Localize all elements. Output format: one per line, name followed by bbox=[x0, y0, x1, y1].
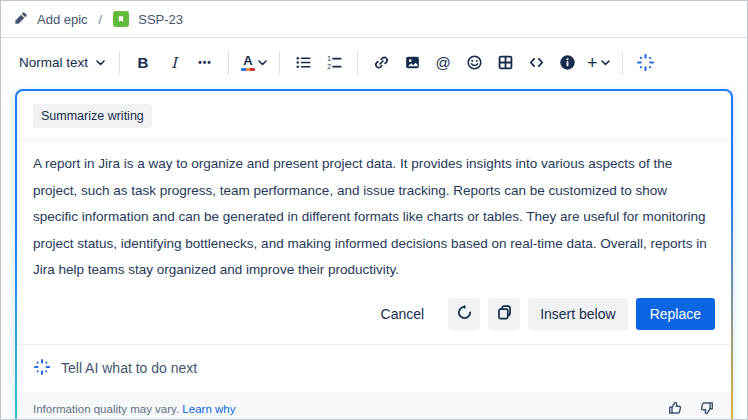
toolbar-divider bbox=[228, 51, 229, 75]
ai-result-text: A report in Jira is a way to organize an… bbox=[17, 140, 731, 290]
cancel-button[interactable]: Cancel bbox=[371, 298, 435, 330]
toolbar-divider bbox=[357, 51, 358, 75]
more-icon: ••• bbox=[198, 57, 212, 68]
image-icon bbox=[404, 54, 421, 71]
more-formatting-button[interactable]: ••• bbox=[190, 47, 220, 79]
jira-editor-window: Add epic / SSP-23 Normal text B I ••• bbox=[0, 0, 748, 420]
bold-icon: B bbox=[138, 54, 149, 71]
image-button[interactable] bbox=[397, 47, 427, 79]
text-style-label: Normal text bbox=[19, 55, 88, 70]
thumbs-up-button[interactable] bbox=[667, 400, 683, 419]
editor-toolbar: Normal text B I ••• A bbox=[1, 38, 747, 87]
chevron-down-icon bbox=[258, 60, 267, 66]
link-icon bbox=[373, 54, 390, 71]
numbered-list-button[interactable]: 1 2 bbox=[319, 47, 349, 79]
italic-button[interactable]: I bbox=[159, 47, 189, 79]
ai-action-bar: Cancel bbox=[17, 290, 731, 344]
svg-text:2: 2 bbox=[327, 63, 331, 70]
retry-icon bbox=[456, 304, 473, 324]
feedback-buttons bbox=[667, 400, 715, 419]
breadcrumb-issue-key[interactable]: SSP-23 bbox=[138, 12, 183, 27]
chevron-down-icon bbox=[96, 60, 105, 66]
learn-why-link[interactable]: Learn why bbox=[182, 403, 235, 415]
thumbs-down-icon bbox=[699, 400, 715, 419]
ai-followup-prompt-text: Tell AI what to do next bbox=[61, 360, 197, 376]
insert-more-dropdown[interactable]: + bbox=[583, 47, 614, 79]
prompt-chip[interactable]: Summarize writing bbox=[33, 104, 152, 128]
breadcrumb: Add epic / SSP-23 bbox=[1, 1, 747, 38]
text-color-dropdown[interactable]: A bbox=[237, 47, 271, 79]
thumbs-up-icon bbox=[667, 400, 683, 419]
breadcrumb-add-epic[interactable]: Add epic bbox=[37, 12, 88, 27]
story-type-icon bbox=[113, 11, 129, 27]
plus-icon: + bbox=[587, 54, 598, 72]
copy-icon bbox=[496, 304, 513, 324]
toolbar-divider bbox=[279, 51, 280, 75]
ai-sparkle-icon bbox=[33, 358, 51, 379]
thumbs-down-button[interactable] bbox=[699, 400, 715, 419]
insert-below-button[interactable]: Insert below bbox=[528, 298, 627, 330]
emoji-icon bbox=[466, 54, 483, 71]
ai-button[interactable] bbox=[631, 47, 661, 79]
text-color-icon: A bbox=[241, 54, 255, 72]
table-button[interactable] bbox=[490, 47, 520, 79]
code-button[interactable] bbox=[521, 47, 551, 79]
ai-followup-input[interactable]: Tell AI what to do next bbox=[17, 345, 731, 392]
code-icon bbox=[528, 54, 545, 71]
bullet-list-icon bbox=[295, 54, 312, 71]
retry-button[interactable] bbox=[448, 298, 480, 330]
info-panel-button[interactable] bbox=[552, 47, 582, 79]
bold-button[interactable]: B bbox=[128, 47, 158, 79]
mention-icon: @ bbox=[435, 54, 450, 71]
ai-prompt-row: Summarize writing bbox=[17, 91, 731, 139]
text-style-dropdown[interactable]: Normal text bbox=[13, 47, 111, 79]
emoji-button[interactable] bbox=[459, 47, 489, 79]
italic-icon: I bbox=[171, 54, 177, 72]
edit-pencil-icon bbox=[14, 11, 28, 28]
chevron-down-icon bbox=[601, 60, 610, 66]
bullet-list-button[interactable] bbox=[288, 47, 318, 79]
breadcrumb-separator: / bbox=[97, 12, 105, 27]
mention-button[interactable]: @ bbox=[428, 47, 458, 79]
ai-panel: Summarize writing A report in Jira is a … bbox=[17, 91, 731, 420]
footer-disclaimer-text: Information quality may vary. bbox=[33, 403, 179, 415]
ai-panel-footer: Information quality may vary. Learn why bbox=[17, 392, 731, 420]
copy-button[interactable] bbox=[488, 298, 520, 330]
numbered-list-icon: 1 2 bbox=[326, 54, 343, 71]
info-icon bbox=[559, 54, 576, 71]
table-icon bbox=[497, 54, 514, 71]
ai-sparkle-icon bbox=[636, 53, 655, 72]
toolbar-divider bbox=[119, 51, 120, 75]
ai-panel-gradient-border: Summarize writing A report in Jira is a … bbox=[15, 89, 733, 420]
toolbar-divider bbox=[622, 51, 623, 75]
link-button[interactable] bbox=[366, 47, 396, 79]
editor-content: Summarize writing A report in Jira is a … bbox=[1, 87, 747, 420]
svg-text:1: 1 bbox=[327, 55, 331, 62]
replace-button[interactable]: Replace bbox=[636, 298, 715, 330]
footer-disclaimer: Information quality may vary. Learn why bbox=[33, 403, 235, 415]
